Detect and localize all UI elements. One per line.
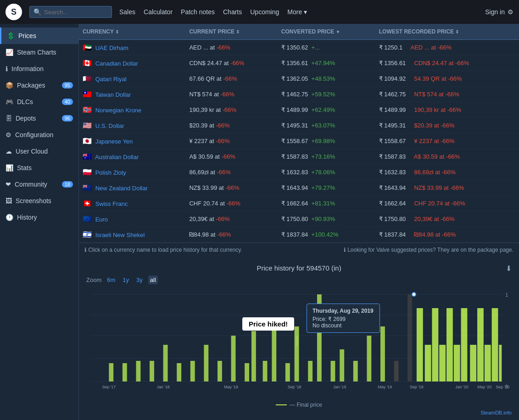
currency-name-link[interactable]: Qatari Riyal (95, 76, 127, 83)
info-left: ℹ Click on a currency name to load price… (84, 247, 242, 253)
svg-rect-22 (285, 363, 290, 381)
zoom-1y[interactable]: 1y (121, 276, 131, 284)
sidebar-item-screenshots[interactable]: 🖼 Screenshots (0, 193, 78, 209)
signin-button[interactable]: Sign in ⚙ (485, 8, 513, 16)
currency-name-link[interactable]: Norwegian Krone (95, 107, 141, 114)
currency-name-link[interactable]: Swiss Franc (95, 200, 128, 207)
svg-rect-32 (407, 294, 412, 381)
tooltip-date: Thursday, Aug 29, 2019 (313, 308, 374, 314)
current-price-cell: 190,39 kr at -66% (185, 102, 277, 118)
current-price-cell: ¥ 2237 at -66% (185, 133, 277, 149)
currency-name-link[interactable]: Japanese Yen (95, 138, 133, 145)
currency-flag: 🇯🇵 (83, 137, 92, 145)
currency-cell: 🇵🇱 Polish Zloty (79, 165, 185, 180)
currency-name-link[interactable]: Polish Zloty (95, 169, 126, 176)
chart-tooltip: Thursday, Aug 29, 2019 Price: ₹ 2699 No … (307, 304, 380, 333)
currency-cell: 🇦🇺 Australian Dollar (79, 149, 185, 165)
zoom-6m[interactable]: 6m (105, 276, 117, 284)
converted-change: +59.52% (312, 91, 335, 98)
svg-rect-37 (446, 308, 453, 381)
nav-charts[interactable]: Charts (223, 8, 242, 16)
nav-more[interactable]: More ▾ (287, 8, 307, 16)
configuration-icon: ⚙ (6, 131, 11, 138)
svg-rect-12 (163, 345, 168, 381)
currency-name-link[interactable]: Israeli New Shekel (95, 232, 145, 238)
current-discount: -66% (216, 216, 229, 222)
currency-cell: 🇮🇱 Israeli New Shekel (79, 227, 185, 243)
converted-price-cell: ₹ 1495.31 +63.07% (278, 118, 375, 133)
sidebar-item-history[interactable]: 🕐 History (0, 209, 78, 226)
currency-cell: 🇦🇪 UAE Dirham (79, 40, 185, 55)
nav-upcoming[interactable]: Upcoming (250, 8, 279, 16)
search-input[interactable] (44, 9, 104, 16)
svg-rect-39 (461, 308, 468, 381)
nav-calculator[interactable]: Calculator (144, 8, 173, 16)
currency-cell: 🇹🇼 Taiwan Dollar (79, 87, 185, 102)
svg-point-55 (412, 293, 416, 296)
svg-rect-29 (367, 336, 371, 381)
currency-name-link[interactable]: Canadian Dollar (95, 60, 138, 67)
col-currency[interactable]: CURRENCY ⇕ (79, 24, 185, 40)
converted-change: +78.06% (312, 169, 335, 176)
chart-download-button[interactable]: ⬇ (506, 264, 512, 273)
svg-rect-10 (136, 361, 140, 381)
lowest-value: ₹ 1750.80 (379, 216, 406, 222)
sidebar-label-steamcharts: Steam Charts (17, 49, 56, 56)
currency-name-link[interactable]: UAE Dirham (95, 44, 128, 51)
screenshots-icon: 🖼 (6, 197, 12, 204)
site-logo[interactable]: S (6, 4, 22, 20)
currency-name-link[interactable]: Euro (95, 216, 108, 223)
nav-patchnotes[interactable]: Patch notes (181, 8, 215, 16)
sidebar-item-packages[interactable]: 📦 Packages 95 (0, 77, 78, 94)
sidebar-item-stats[interactable]: 📊 Stats (0, 160, 78, 176)
lowest-price-cell: ₹ 1495.31 $20.39 at -66% (375, 118, 519, 133)
col-current-price[interactable]: CURRENT PRICE ⇕ (185, 24, 277, 40)
table-row: 🇦🇺 Australian Dollar A$ 30.59 at -66% ₹ … (79, 149, 519, 165)
converted-value: ₹ 1356.61 (281, 60, 308, 66)
currency-name-link[interactable]: New Zealand Dollar (95, 185, 148, 192)
lowest-value: ₹ 1662.64 (379, 200, 406, 207)
nav-sales[interactable]: Sales (119, 8, 135, 16)
packages-icon: 📦 (6, 82, 13, 89)
converted-price-cell: ₹ 1462.75 +59.52% (278, 87, 375, 102)
steamcharts-icon: 📈 (6, 49, 13, 56)
currency-flag: 🇦🇪 (83, 44, 92, 51)
sidebar-item-depots[interactable]: 🗄 Depots 96 (0, 110, 78, 127)
svg-rect-28 (353, 361, 358, 381)
svg-rect-27 (340, 349, 344, 381)
sidebar-item-dlcs[interactable]: 🎮 DLCs 40 (0, 94, 78, 110)
tooltip-price: Price: ₹ 2699 (313, 316, 374, 322)
converted-change: +47.94% (312, 60, 335, 66)
sidebar-item-community[interactable]: ❤ Community 18 (0, 176, 78, 193)
svg-rect-24 (308, 361, 313, 381)
converted-price-cell: ₹ 1350.62 +... (278, 40, 375, 55)
packages-badge: 95 (62, 82, 73, 88)
legend-line (276, 404, 287, 405)
converted-change: +62.49% (312, 106, 335, 113)
sidebar-item-usercloud[interactable]: ☁ User Cloud (0, 143, 78, 160)
sidebar: 💲 Prices 📈 Steam Charts ℹ Information 📦 … (0, 24, 79, 420)
svg-rect-42 (485, 345, 491, 381)
svg-text:Sep '18: Sep '18 (288, 385, 301, 389)
sidebar-item-steamcharts[interactable]: 📈 Steam Charts (0, 44, 78, 61)
svg-text:Jan '19: Jan '19 (333, 385, 346, 389)
currency-name-link[interactable]: U.S. Dollar (95, 122, 124, 129)
sidebar-label-dlcs: DLCs (17, 98, 33, 105)
zoom-3y[interactable]: 3y (134, 276, 145, 284)
currency-name-link[interactable]: Australian Dollar (95, 154, 139, 160)
col-lowest-price[interactable]: LOWEST RECORDED PRICE ⇕ (375, 24, 519, 40)
search-box[interactable]: 🔍 (29, 6, 112, 18)
current-discount: -66% (223, 106, 236, 113)
sidebar-item-information[interactable]: ℹ Information (0, 61, 78, 77)
converted-price-cell: ₹ 1837.84 +100.42% (278, 227, 375, 243)
current-price-cell: NZ$ 33.99 at -66% (185, 180, 277, 196)
currency-name-link[interactable]: Taiwan Dollar (95, 91, 131, 98)
sidebar-item-prices[interactable]: 💲 Prices (0, 28, 78, 44)
sidebar-item-configuration[interactable]: ⚙ Configuration (0, 127, 78, 143)
sidebar-label-history: History (17, 214, 37, 221)
lowest-str: NT$ 574 at -66% (414, 91, 459, 98)
zoom-all[interactable]: all (148, 276, 158, 284)
col-converted-price[interactable]: CONVERTED PRICE ▼ (278, 24, 375, 40)
svg-text:Sep '17: Sep '17 (102, 385, 116, 389)
svg-text:May '20: May '20 (477, 385, 491, 389)
